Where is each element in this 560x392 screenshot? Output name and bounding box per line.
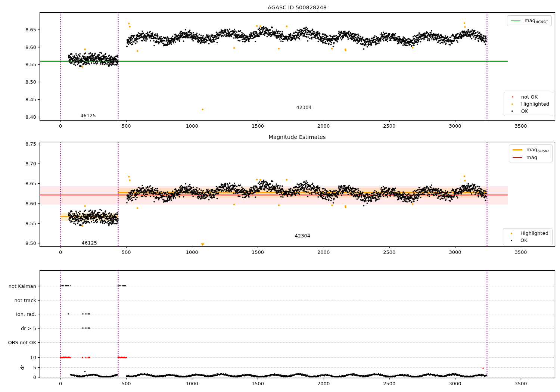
y-tick-8-50: 8.50 xyxy=(25,79,36,85)
x-tick-1500: 1500 xyxy=(252,381,264,386)
y-tick-dr-5: dr > 5 xyxy=(21,325,36,331)
y-tick-OBS-not-OK: OBS not OK xyxy=(8,339,37,345)
x-tick-1500: 1500 xyxy=(252,123,264,129)
annotation-42304: 42304 xyxy=(296,105,311,110)
legend-dot-swatch xyxy=(507,103,517,105)
y-tick-8-70: 8.70 xyxy=(25,161,36,167)
legend-entry-highlighted: Highlighted xyxy=(507,101,549,107)
legend-line-swatch xyxy=(510,21,521,21)
middle-plot-title: Magnitude Estimates xyxy=(268,134,326,140)
legend-dot-swatch xyxy=(507,111,517,112)
legend-label: Highlighted xyxy=(521,101,549,107)
x-tick-1000: 1000 xyxy=(186,123,198,129)
figure: AGASC ID 500828248 Magnitude Estimates d… xyxy=(0,0,560,392)
y-tick-8-65: 8.65 xyxy=(25,27,36,32)
dr-axis-label: dr xyxy=(19,365,25,370)
y-tick-8-75: 8.75 xyxy=(25,141,36,147)
y-tick-8-40: 8.40 xyxy=(25,114,36,119)
y-tick-8-50: 8.50 xyxy=(25,240,36,246)
y-tick-not-track: not track xyxy=(14,297,36,303)
legend-label: OK xyxy=(520,237,528,243)
y-tick-8-45: 8.45 xyxy=(25,96,36,102)
x-tick-3000: 3000 xyxy=(449,381,461,386)
legend-label: Highlighted xyxy=(520,230,548,236)
x-tick-2500: 2500 xyxy=(383,123,395,129)
y-tick-not-Kalman: not Kalman xyxy=(9,283,36,289)
x-tick-500: 500 xyxy=(122,123,131,129)
overlay: AGASC ID 500828248 Magnitude Estimates d… xyxy=(0,0,560,392)
x-tick-2500: 2500 xyxy=(383,249,395,255)
x-tick-0: 0 xyxy=(59,249,62,255)
legend-entry-mag: magAGASC xyxy=(510,18,548,24)
legend-dot-swatch xyxy=(507,96,517,97)
legend-label: OK xyxy=(521,108,528,114)
y-tick-Ion-rad-: Ion. rad. xyxy=(16,311,36,317)
legend: magOBSIDmag xyxy=(509,144,553,162)
x-tick-2000: 2000 xyxy=(317,249,330,255)
y-tick-8-60: 8.60 xyxy=(25,200,36,206)
y-tick-8-55: 8.55 xyxy=(25,220,36,226)
legend-label: magAGASC xyxy=(525,18,548,24)
legend-entry-ok: OK xyxy=(506,237,548,243)
y-tick-8-65: 8.65 xyxy=(25,181,36,186)
legend-dot-swatch xyxy=(506,240,517,241)
legend-label: magOBSID xyxy=(526,147,548,153)
x-tick-0: 0 xyxy=(59,381,62,386)
y-tick-10: 10 xyxy=(30,355,36,360)
annotation-46125: 46125 xyxy=(80,112,96,118)
annotation-42304: 42304 xyxy=(295,233,310,238)
x-tick-500: 500 xyxy=(122,249,131,255)
x-tick-1500: 1500 xyxy=(252,249,264,255)
y-tick-5: 5 xyxy=(33,364,36,370)
legend-entry-not-ok: not OK xyxy=(507,94,549,100)
legend: magAGASC xyxy=(507,15,552,26)
top-plot-title: AGASC ID 500828248 xyxy=(268,4,327,10)
legend: HighlightedOK xyxy=(503,228,553,245)
x-tick-1000: 1000 xyxy=(186,381,198,386)
legend-line-swatch xyxy=(512,157,523,158)
x-tick-3500: 3500 xyxy=(515,249,527,255)
y-tick-8-55: 8.55 xyxy=(25,62,36,67)
annotation-46125: 46125 xyxy=(81,240,97,245)
legend-entry-mag: mag xyxy=(512,155,548,160)
legend-label: mag xyxy=(526,155,537,160)
x-tick-2000: 2000 xyxy=(317,381,330,386)
legend-dot-swatch xyxy=(506,233,517,234)
y-tick-8-60: 8.60 xyxy=(25,44,36,50)
x-tick-3000: 3000 xyxy=(449,123,461,129)
legend-entry-mag: magOBSID xyxy=(512,147,548,153)
x-tick-1000: 1000 xyxy=(186,249,198,255)
legend-entry-highlighted: Highlighted xyxy=(506,230,548,236)
y-tick-0: 0 xyxy=(33,374,36,380)
x-tick-3000: 3000 xyxy=(449,249,461,255)
x-tick-0: 0 xyxy=(59,123,62,129)
legend-label: not OK xyxy=(521,94,538,100)
x-tick-2000: 2000 xyxy=(317,123,330,129)
x-tick-3500: 3500 xyxy=(515,381,527,386)
legend-entry-ok: OK xyxy=(507,108,549,114)
legend: not OKHighlightedOK xyxy=(504,92,553,116)
x-tick-2500: 2500 xyxy=(383,381,395,386)
legend-line-swatch xyxy=(512,149,523,150)
x-tick-500: 500 xyxy=(122,381,131,386)
x-tick-3500: 3500 xyxy=(515,123,527,129)
